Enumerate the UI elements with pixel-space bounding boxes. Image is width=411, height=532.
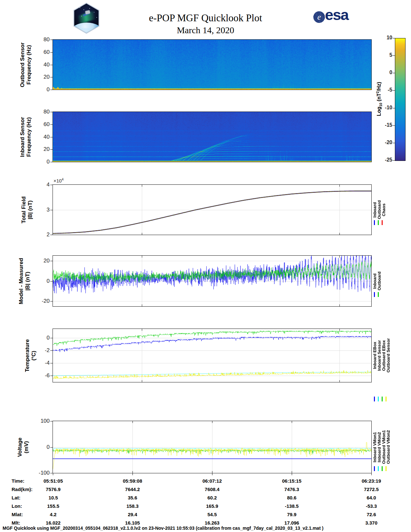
y-tick-mark (50, 421, 53, 421)
legend-color-mark (386, 397, 387, 401)
colorbar-tick-label: -15 (373, 122, 392, 128)
table-cell: 4.2 (50, 512, 57, 517)
total-field-canvas (53, 185, 371, 235)
table-cell: -138.5 (285, 503, 299, 509)
esa-logo: e esa (306, 8, 344, 27)
y-tick-label: 20 (33, 74, 50, 80)
legend-color-mark (374, 397, 375, 401)
page-title: e-POP MGF Quicklook Plot (0, 12, 411, 24)
y-tick-mark (50, 301, 53, 301)
ylabel-inboard-spectrogram: Inboard Sensor Frequency (Hz) (19, 117, 32, 157)
legend-marks-model-minus-measured (374, 292, 379, 297)
legend-model-minus-measured: InboardOutboard (373, 256, 382, 306)
table-cell: 7644.2 (125, 487, 140, 492)
y-tick-label: 80 (33, 109, 50, 115)
table-cell: 05:51:05 (44, 478, 63, 484)
y-tick-mark (50, 281, 53, 281)
legend-marks-total-field (374, 220, 383, 225)
legend-entry: Inboard EBox (373, 342, 377, 369)
legend-entry: Inboard Sensor (377, 340, 382, 371)
legend-color-mark (382, 466, 383, 471)
voltage-canvas (53, 421, 371, 473)
colorbar-tick-label: -20 (373, 140, 392, 145)
model-minus-measured-canvas (53, 256, 371, 306)
y-tick-mark (50, 162, 53, 162)
ylabel-outboard-spectrogram: Outboard Sensor Frequency (Hz) (19, 42, 32, 87)
y-tick-mark (50, 261, 53, 261)
legend-entry: Outboard VMon2 (386, 430, 391, 464)
y-tick-mark (50, 350, 53, 351)
y-tick-label: -100 (33, 470, 50, 476)
y-tick-mark (50, 77, 53, 77)
legend-entry: Inboard (373, 273, 377, 289)
colorbar-gradient (395, 38, 406, 161)
table-cell: 10.5 (48, 495, 58, 500)
table-cell: 165.9 (206, 503, 218, 509)
colorbar-tick-mark (393, 160, 395, 161)
table-cell: 72.6 (367, 512, 376, 517)
legend-color-mark (382, 397, 383, 401)
table-cell: 60.2 (207, 495, 217, 500)
colorbar-tick-label: -5 (373, 87, 392, 93)
colorbar-tick-mark (393, 90, 395, 91)
table-cell: 7576.9 (46, 487, 61, 492)
ylabel-voltage: Voltage (mV) (17, 437, 29, 457)
y-tick-label: 4 (33, 182, 50, 188)
colorbar-tick-label: -25 (373, 157, 392, 163)
table-cell: 06:07:12 (202, 478, 222, 484)
colorbar-tick-mark (393, 125, 395, 126)
legend-entry: Inboard (373, 202, 377, 218)
table-row-label: Lat: (12, 495, 21, 500)
table-row-label: Rad(km): (12, 487, 33, 492)
table-cell: 05:59:08 (123, 478, 142, 484)
y-tick-mark (50, 90, 53, 90)
colorbar-tick-label: 10 (373, 35, 392, 41)
esa-globe-icon: e (313, 11, 325, 23)
x-tick-mark (132, 473, 133, 475)
legend-marks-temperature (374, 397, 387, 401)
y-tick-mark (50, 137, 53, 137)
legend-color-mark (382, 220, 383, 225)
table-cell: 158.3 (126, 503, 139, 509)
y-tick-label: 60 (33, 49, 50, 55)
y-tick-label: 3 (33, 207, 50, 213)
y-tick-label: -6 (33, 372, 50, 379)
legend-entry: Chaos (382, 203, 386, 216)
table-cell: 3.370 (365, 520, 377, 526)
legend-entry: Outboard Sensor (386, 338, 391, 372)
colorbar-tick-mark (393, 38, 395, 38)
table-cell: 7272.5 (364, 487, 379, 492)
outboard-spectrogram-canvas (53, 40, 371, 90)
y-tick-label: 0 (33, 278, 50, 284)
x-tick-mark (371, 473, 372, 475)
y-tick-label: 20 (33, 146, 50, 153)
footer-provenance: MGF Quicklook using MGF_20200314_055104_… (3, 526, 323, 531)
table-cell: 64.0 (367, 495, 376, 500)
table-row-label: Mlt: (12, 520, 20, 526)
page-date: March 14, 2020 (0, 25, 411, 35)
y-tick-mark (50, 473, 53, 473)
table-cell: 155.5 (47, 503, 59, 509)
colorbar-tick-label: 5 (373, 52, 392, 58)
legend-marks-voltage (374, 466, 387, 471)
panel-inboard-spectrogram (53, 112, 372, 162)
axis-offset-label: ×104 (54, 178, 64, 183)
table-cell: 16.105 (125, 520, 140, 526)
y-tick-mark (50, 185, 53, 185)
legend-entry: Inboard VMon1 (373, 432, 377, 462)
legend-color-mark (374, 220, 375, 225)
y-tick-label: 20 (33, 258, 50, 264)
table-cell: 80.6 (287, 495, 296, 500)
y-tick-label: 40 (33, 62, 50, 68)
legend-entry: Outboard (377, 271, 382, 291)
table-row-label: Lon: (12, 503, 22, 509)
table-cell: 17.096 (284, 520, 299, 526)
x-tick-mark (53, 473, 53, 475)
table-cell: 7608.4 (205, 487, 220, 492)
table-cell: 29.4 (128, 512, 137, 517)
colorbar-tick-label: 0 (373, 70, 392, 75)
y-tick-mark (50, 124, 53, 125)
y-tick-label: -20 (33, 298, 50, 304)
table-cell: 7476.3 (284, 487, 299, 492)
y-tick-label: 40 (33, 134, 50, 140)
